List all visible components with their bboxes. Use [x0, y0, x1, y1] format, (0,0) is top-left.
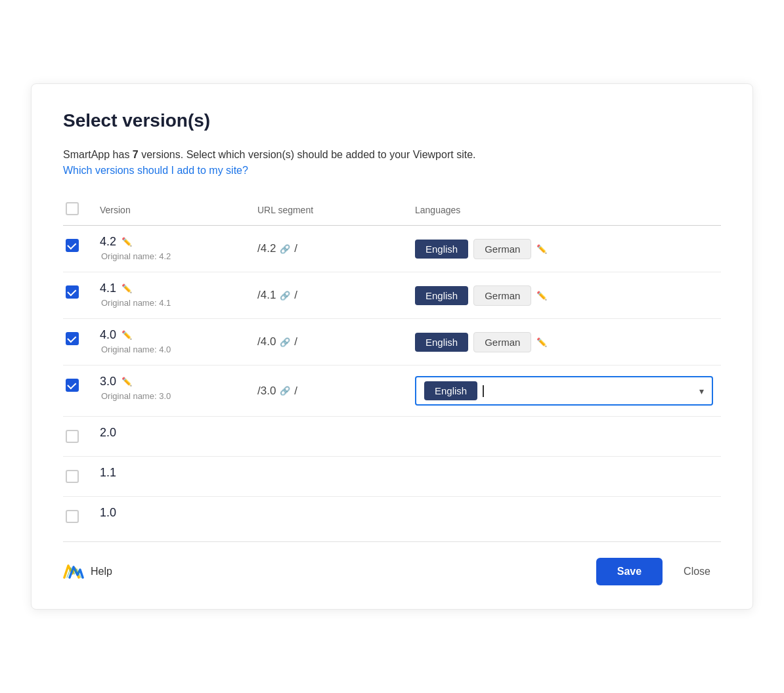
version-name-v3.0: 3.0 ✏️ — [100, 375, 242, 388]
edit-version-icon[interactable]: ✏️ — [121, 330, 132, 340]
version-label: 2.0 — [100, 426, 116, 440]
text-cursor — [483, 385, 484, 397]
dialog-footer: Help Save Close — [63, 541, 721, 585]
help-label: Help — [91, 566, 112, 578]
lang-badge: German — [473, 332, 531, 352]
url-link-icon[interactable]: 🔗 — [280, 337, 290, 347]
edit-lang-icon[interactable]: ✏️ — [536, 337, 547, 347]
version-name-v2.0: 2.0 — [100, 426, 242, 440]
url-slash: / — [294, 385, 297, 398]
column-version: Version — [92, 197, 250, 226]
lang-badge: English — [415, 286, 468, 305]
save-button[interactable]: Save — [596, 558, 663, 585]
versions-table: Version URL segment Languages 4.2 ✏️Orig… — [63, 197, 721, 536]
version-count: 7 — [133, 149, 139, 160]
dropdown-arrow-icon: ▾ — [699, 386, 704, 396]
version-name-v1.0: 1.0 — [100, 506, 242, 520]
table-row: 2.0 — [63, 417, 721, 457]
version-original-name: Original name: 3.0 — [100, 391, 242, 401]
table-row: 4.0 ✏️Original name: 4.0/4.0 🔗 /EnglishG… — [63, 319, 721, 366]
lang-badge: English — [415, 240, 468, 259]
version-original-name: Original name: 4.2 — [100, 251, 242, 261]
column-url: URL segment — [250, 197, 407, 226]
checkbox-v1.0[interactable] — [66, 510, 79, 523]
checkbox-v2.0[interactable] — [66, 430, 79, 443]
url-link-icon[interactable]: 🔗 — [280, 291, 290, 301]
url-segment-v4.1: /4.1 🔗 / — [257, 289, 399, 302]
url-slash: / — [294, 289, 297, 302]
close-button[interactable]: Close — [673, 558, 721, 585]
table-row: 3.0 ✏️Original name: 3.0/3.0 🔗 /English▾ — [63, 366, 721, 417]
edit-version-icon[interactable]: ✏️ — [121, 237, 132, 247]
url-slash: / — [294, 335, 297, 348]
version-label: 1.0 — [100, 506, 116, 520]
edit-version-icon[interactable]: ✏️ — [121, 284, 132, 293]
checkbox-v4.0[interactable] — [66, 332, 79, 345]
version-label: 4.1 — [100, 282, 116, 295]
lang-area-v4.1: EnglishGerman✏️ — [415, 285, 713, 306]
select-versions-dialog: Select version(s) SmartApp has 7 version… — [31, 83, 753, 610]
url-link-icon[interactable]: 🔗 — [280, 244, 290, 254]
lang-badge: English — [415, 333, 468, 352]
description-suffix: versions. Select which version(s) should… — [139, 149, 476, 160]
version-name-v4.2: 4.2 ✏️ — [100, 235, 242, 249]
url-text: /4.0 — [257, 335, 276, 348]
select-all-checkbox[interactable] — [66, 202, 79, 215]
dialog-title: Select version(s) — [63, 110, 721, 131]
table-row: 4.2 ✏️Original name: 4.2/4.2 🔗 /EnglishG… — [63, 226, 721, 272]
url-text: /3.0 — [257, 385, 276, 398]
version-label: 3.0 — [100, 375, 116, 388]
lang-dropdown-v3.0[interactable]: English▾ — [415, 376, 713, 406]
edit-lang-icon[interactable]: ✏️ — [536, 244, 547, 254]
table-row: 1.1 — [63, 457, 721, 497]
version-label: 1.1 — [100, 466, 116, 480]
url-slash: / — [294, 242, 297, 255]
checkbox-v1.1[interactable] — [66, 470, 79, 483]
checkbox-v4.1[interactable] — [66, 285, 79, 299]
checkbox-v3.0[interactable] — [66, 379, 79, 392]
edit-lang-icon[interactable]: ✏️ — [536, 291, 547, 301]
column-languages: Languages — [407, 197, 721, 226]
version-original-name: Original name: 4.0 — [100, 345, 242, 354]
dialog-description: SmartApp has 7 versions. Select which ve… — [63, 147, 721, 178]
help-icon — [63, 563, 84, 580]
lang-badge: English — [424, 381, 477, 400]
lang-badge: German — [473, 239, 531, 259]
version-original-name: Original name: 4.1 — [100, 298, 242, 308]
lang-area-v4.0: EnglishGerman✏️ — [415, 332, 713, 352]
table-row: 4.1 ✏️Original name: 4.1/4.1 🔗 /EnglishG… — [63, 272, 721, 319]
url-link-icon[interactable]: 🔗 — [280, 386, 290, 396]
help-link[interactable]: Which versions should I add to my site? — [63, 165, 248, 176]
table-row: 1.0 — [63, 497, 721, 537]
footer-buttons: Save Close — [596, 558, 721, 585]
lang-area-v4.2: EnglishGerman✏️ — [415, 239, 713, 259]
url-segment-v4.0: /4.0 🔗 / — [257, 335, 399, 348]
lang-badge: German — [473, 285, 531, 306]
checkbox-v4.2[interactable] — [66, 239, 79, 252]
version-name-v4.0: 4.0 ✏️ — [100, 328, 242, 342]
url-segment-v3.0: /3.0 🔗 / — [257, 385, 399, 398]
help-area[interactable]: Help — [63, 563, 112, 580]
description-prefix: SmartApp has — [63, 149, 133, 160]
version-name-v1.1: 1.1 — [100, 466, 242, 480]
version-label: 4.2 — [100, 235, 116, 249]
url-text: /4.2 — [257, 242, 276, 255]
edit-version-icon[interactable]: ✏️ — [121, 377, 132, 387]
version-name-v4.1: 4.1 ✏️ — [100, 282, 242, 295]
version-label: 4.0 — [100, 328, 116, 342]
url-segment-v4.2: /4.2 🔗 / — [257, 242, 399, 255]
url-text: /4.1 — [257, 289, 276, 302]
